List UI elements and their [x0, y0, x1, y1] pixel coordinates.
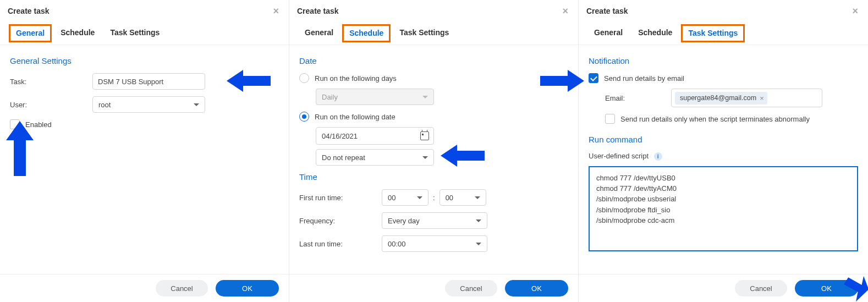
chevron-down-icon — [476, 243, 481, 245]
chip-remove-icon[interactable]: × — [760, 94, 764, 102]
user-script-label: User-defined script — [589, 152, 649, 160]
user-label: User: — [10, 101, 92, 109]
first-run-label: First run time: — [299, 194, 382, 202]
calendar-icon — [420, 131, 429, 140]
date-input[interactable]: 04/16/2021 — [316, 127, 434, 145]
tab-general[interactable]: General — [9, 24, 52, 42]
section-notification: Notification — [589, 56, 858, 65]
email-chip: supergate84@gmail.com × — [675, 92, 767, 105]
enabled-checkbox[interactable] — [10, 119, 20, 129]
email-input[interactable]: supergate84@gmail.com × — [671, 89, 822, 107]
tabs: General Schedule Task Settings — [579, 23, 868, 45]
last-run-label: Last run time: — [299, 240, 382, 248]
tabs: General Schedule Task Settings — [0, 23, 289, 45]
last-run-select[interactable]: 00:00 — [382, 235, 487, 252]
days-select: Daily — [316, 89, 434, 105]
frequency-select[interactable]: Every day — [382, 212, 487, 229]
ok-button[interactable]: OK — [216, 280, 279, 296]
cancel-button[interactable]: Cancel — [156, 280, 208, 296]
tab-schedule[interactable]: Schedule — [630, 23, 680, 45]
frequency-label: Frequency: — [299, 217, 382, 225]
chevron-down-icon — [422, 156, 428, 159]
chevron-down-icon — [417, 196, 422, 199]
chevron-down-icon — [476, 219, 481, 222]
chevron-down-icon — [194, 103, 199, 106]
dialog-general: Create task × General Schedule Task Sett… — [0, 0, 289, 302]
dialog-title: Create task — [297, 7, 339, 15]
section-date: Date — [299, 56, 568, 65]
task-label: Task: — [10, 78, 92, 86]
email-chip-text: supergate84@gmail.com — [680, 94, 756, 102]
tab-general[interactable]: General — [586, 23, 630, 45]
user-select[interactable]: root — [92, 96, 205, 113]
date-value: 04/16/2021 — [322, 132, 358, 140]
ok-button[interactable]: OK — [505, 280, 568, 296]
repeat-select-value: Do not repeat — [322, 153, 365, 162]
chevron-down-icon — [475, 196, 480, 199]
enabled-label: Enabled — [25, 120, 52, 129]
first-run-hour-select[interactable]: 00 — [382, 189, 428, 206]
radio-run-date-label: Run on the following date — [315, 113, 395, 121]
task-name-input[interactable] — [92, 73, 205, 90]
radio-run-days[interactable] — [299, 73, 309, 83]
ok-button[interactable]: OK — [795, 280, 858, 296]
repeat-select[interactable]: Do not repeat — [316, 149, 434, 166]
frequency-value: Every day — [388, 217, 420, 225]
titlebar: Create task × — [579, 0, 868, 23]
user-script-textarea[interactable] — [589, 166, 858, 251]
minute-value: 00 — [446, 194, 453, 202]
hour-value: 00 — [388, 194, 395, 202]
tab-task-settings[interactable]: Task Settings — [392, 23, 457, 45]
dialog-title: Create task — [586, 7, 628, 15]
close-icon[interactable]: × — [850, 5, 860, 17]
tab-task-settings[interactable]: Task Settings — [102, 23, 167, 45]
cancel-button[interactable]: Cancel — [445, 280, 497, 296]
close-icon[interactable]: × — [560, 5, 570, 17]
dialog-task-settings: Create task × General Schedule Task Sett… — [579, 0, 868, 302]
titlebar: Create task × — [0, 0, 289, 23]
abnormal-only-checkbox[interactable] — [605, 114, 615, 124]
tab-schedule[interactable]: Schedule — [342, 24, 391, 42]
radio-run-date[interactable] — [299, 112, 309, 122]
info-icon[interactable]: i — [654, 152, 662, 161]
section-general-settings: General Settings — [10, 56, 279, 65]
cancel-button[interactable]: Cancel — [735, 280, 787, 296]
email-label: Email: — [605, 94, 671, 102]
dialog-title: Create task — [8, 7, 50, 15]
close-icon[interactable]: × — [271, 5, 281, 17]
section-time: Time — [299, 172, 568, 182]
send-email-checkbox[interactable] — [589, 73, 598, 83]
radio-run-days-label: Run on the following days — [315, 74, 397, 83]
first-run-minute-select[interactable]: 00 — [440, 189, 486, 206]
tab-schedule[interactable]: Schedule — [53, 23, 102, 45]
send-email-label: Send run details by email — [604, 74, 684, 83]
tab-task-settings[interactable]: Task Settings — [681, 24, 745, 42]
tab-general[interactable]: General — [297, 23, 341, 45]
tabs: General Schedule Task Settings — [289, 23, 578, 45]
last-run-value: 00:00 — [388, 240, 406, 248]
days-select-value: Daily — [322, 93, 338, 101]
dialog-schedule: Create task × General Schedule Task Sett… — [289, 0, 579, 302]
titlebar: Create task × — [289, 0, 578, 23]
chevron-down-icon — [422, 96, 428, 98]
section-run-command: Run command — [589, 135, 858, 144]
time-colon: : — [433, 194, 435, 202]
abnormal-only-label: Send run details only when the script te… — [620, 115, 810, 123]
user-select-value: root — [98, 101, 111, 109]
